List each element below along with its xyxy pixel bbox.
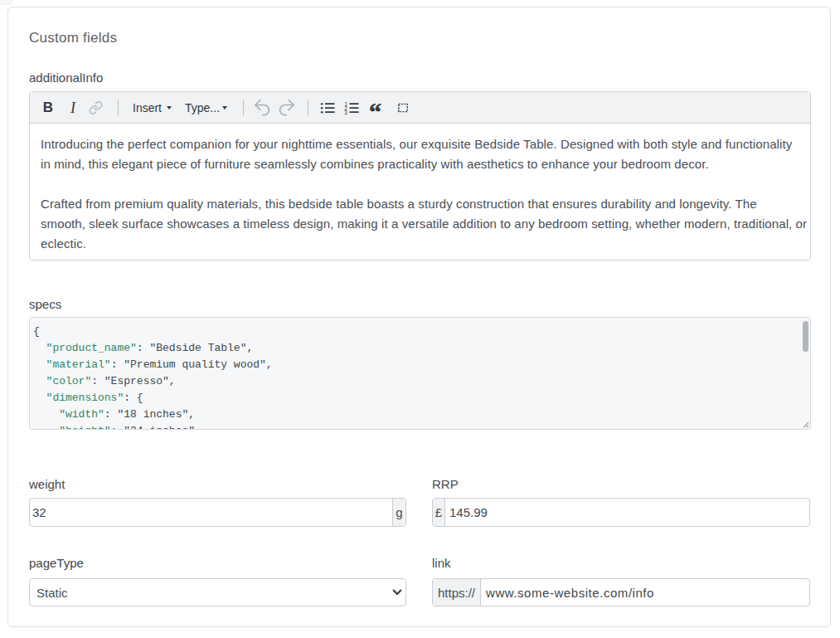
svg-text:3: 3 xyxy=(344,109,347,114)
